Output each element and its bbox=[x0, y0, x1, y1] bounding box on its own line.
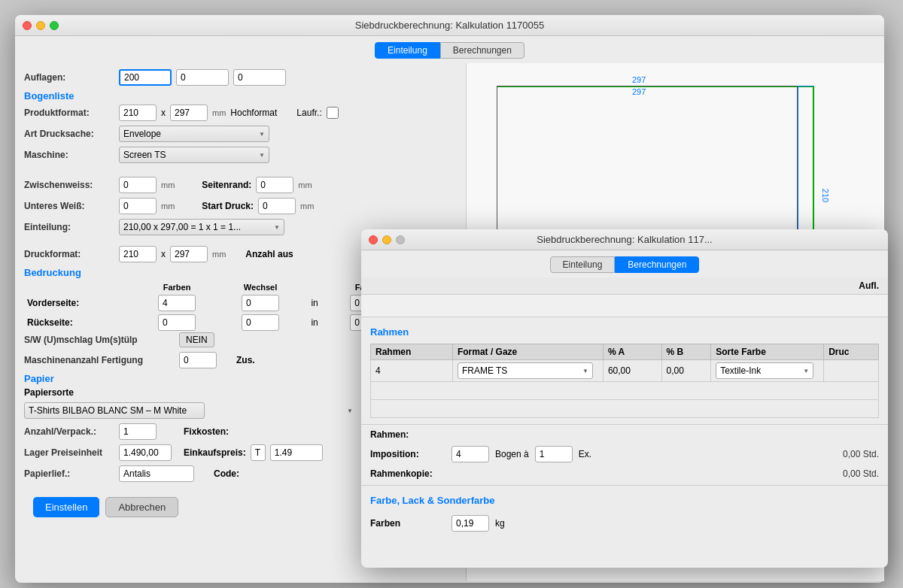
minimize-button[interactable] bbox=[36, 21, 45, 30]
maschine-row: Maschine: Screen TS bbox=[24, 147, 457, 163]
fixkosten-label: Fixkosten: bbox=[184, 426, 229, 437]
col-pct-b-header: % B bbox=[661, 344, 711, 360]
hochformat-label: Hochformat bbox=[230, 108, 277, 118]
einstellen-button[interactable]: Einstellen bbox=[33, 497, 99, 517]
rahmen-label: Rahmen: bbox=[370, 429, 445, 440]
papiersorte-select[interactable]: T-Shirts BILBAO BLANC SM – M White bbox=[24, 402, 205, 419]
rahmen-sorte-select-wrapper: Textile-Ink bbox=[716, 362, 813, 379]
aufl-header: Aufl. bbox=[361, 277, 888, 295]
tab-berechnungen[interactable]: Berechnungen bbox=[440, 42, 524, 59]
second-tab-berechnungen[interactable]: Berechnungen bbox=[615, 256, 699, 273]
farben-label: Farben bbox=[370, 518, 445, 529]
maschine-select-wrapper: Screen TS bbox=[119, 147, 269, 163]
rahmen-data-row: 4 FRAME TS 60,00 0,00 bbox=[371, 360, 879, 382]
einkaufspreis-unit[interactable] bbox=[251, 444, 266, 461]
bogenliste-label: Bogenliste bbox=[24, 90, 457, 102]
auflagen-input-2[interactable]: 0 bbox=[176, 69, 229, 86]
imposition-input[interactable] bbox=[451, 446, 489, 462]
rueckseite-farben[interactable] bbox=[158, 314, 196, 331]
start-druck-input[interactable] bbox=[258, 198, 296, 214]
rahmen-format-select[interactable]: FRAME TS bbox=[458, 362, 593, 379]
rahmen-format-select-wrapper: FRAME TS bbox=[458, 362, 593, 379]
rueckseite-label: Rückseite: bbox=[24, 313, 135, 332]
maschine-select[interactable]: Screen TS bbox=[119, 147, 269, 163]
maschine-label: Maschine: bbox=[24, 150, 114, 160]
farben-unit: kg bbox=[495, 518, 505, 529]
second-close-button[interactable] bbox=[369, 235, 378, 244]
bogen-input[interactable] bbox=[535, 446, 573, 462]
second-tab-bar: Einteilung Berechnungen bbox=[361, 250, 888, 277]
rahmen-info-row: Rahmen: bbox=[361, 424, 888, 443]
papiersorte-select-wrapper: T-Shirts BILBAO BLANC SM – M White bbox=[24, 402, 357, 419]
laufrichtung-checkbox[interactable] bbox=[327, 107, 339, 119]
lager-label: Lager Preiseinheit bbox=[24, 447, 114, 458]
produktformat-width[interactable] bbox=[119, 105, 157, 121]
einteilung-select[interactable]: 210,00 x 297,00 = 1 x 1 = 1... bbox=[119, 219, 284, 235]
second-maximize-button[interactable] bbox=[396, 235, 405, 244]
ex-label: Ex. bbox=[579, 449, 591, 459]
rueckseite-wechsel[interactable] bbox=[242, 314, 279, 331]
aufl-empty-row bbox=[361, 295, 888, 317]
druckformat-width[interactable] bbox=[119, 246, 157, 262]
second-window-title: Siebdruckberechnung: Kalkulation 117... bbox=[537, 234, 712, 245]
druckformat-height[interactable] bbox=[170, 246, 208, 262]
second-minimize-button[interactable] bbox=[382, 235, 391, 244]
zusatz-label: Zus. bbox=[236, 355, 255, 365]
col-rahmen-header: Rahmen bbox=[371, 344, 453, 360]
rahmen-pct-a: 60,00 bbox=[603, 360, 661, 382]
zwischenweiss-label: Zwischenweiss: bbox=[24, 180, 114, 190]
maschinenanzahl-label: Maschinenanzahl Fertigung bbox=[24, 355, 175, 365]
mm-label-5: mm bbox=[300, 202, 314, 211]
farben-input[interactable] bbox=[451, 515, 489, 532]
farbe-section-title: Farbe, Lack & Sonderfarbe bbox=[370, 495, 879, 506]
col-druc-header: Druc bbox=[824, 344, 879, 360]
sw-nein-button[interactable]: NEIN bbox=[179, 332, 214, 347]
rahmen-sorte-select[interactable]: Textile-Ink bbox=[716, 362, 813, 379]
mm-label-2: mm bbox=[161, 180, 175, 189]
papierlief-input[interactable] bbox=[119, 465, 194, 482]
art-drucksache-select[interactable]: Envelope bbox=[119, 126, 269, 142]
rahmen-section: Rahmen bbox=[361, 317, 888, 344]
seitenrand-input[interactable] bbox=[256, 177, 293, 193]
imposition-row: Imposition: Bogen à Ex. 0,00 Std. bbox=[361, 443, 888, 465]
main-titlebar: Siebdruckberechnung: Kalkulation 1170055 bbox=[15, 15, 884, 36]
maximize-button[interactable] bbox=[50, 21, 59, 30]
lager-input[interactable] bbox=[119, 444, 172, 461]
vorderseite-wechsel[interactable] bbox=[242, 295, 279, 311]
vorderseite-farben[interactable] bbox=[158, 295, 196, 311]
unteres-weiss-input[interactable] bbox=[119, 198, 157, 214]
zwischenweiss-input[interactable] bbox=[119, 177, 157, 193]
maschinenanzahl-input[interactable] bbox=[179, 352, 217, 368]
main-window-title: Siebdruckberechnung: Kalkulation 1170055 bbox=[355, 20, 545, 31]
auflagen-input-3[interactable]: 0 bbox=[233, 69, 286, 86]
second-window: Siebdruckberechnung: Kalkulation 117... … bbox=[361, 229, 888, 568]
einkaufspreis-input[interactable] bbox=[270, 444, 323, 461]
x-separator-1: x bbox=[161, 108, 166, 118]
auflagen-input-1[interactable]: 200 bbox=[119, 69, 172, 86]
in-label-2: in bbox=[303, 313, 327, 332]
abbrechen-button[interactable]: Abbrechen bbox=[105, 497, 178, 517]
second-titlebar: Siebdruckberechnung: Kalkulation 117... bbox=[361, 229, 888, 250]
seitenrand-label: Seitenrand: bbox=[202, 180, 251, 190]
tab-einteilung[interactable]: Einteilung bbox=[375, 42, 440, 59]
in-label-1: in bbox=[303, 293, 327, 313]
mm-label-6: mm bbox=[212, 250, 226, 259]
dim-label-297-top: 297 bbox=[632, 75, 646, 84]
anzahl-aus-label: Anzahl aus bbox=[245, 249, 293, 259]
rahmenkopie-row: Rahmenkopie: 0,00 Std. bbox=[361, 465, 888, 482]
einteilung-select-wrapper: 210,00 x 297,00 = 1 x 1 = 1... bbox=[119, 219, 284, 235]
second-tab-einteilung[interactable]: Einteilung bbox=[550, 256, 616, 273]
close-button[interactable] bbox=[23, 21, 32, 30]
std-val-1: 0,00 Std. bbox=[843, 449, 879, 459]
einkaufspreis-label: Einkaufspreis: bbox=[184, 447, 246, 458]
anzahl-verpack-input[interactable] bbox=[119, 423, 157, 440]
col-empty bbox=[24, 281, 135, 293]
art-drucksache-row: Art Drucksache: Envelope bbox=[24, 126, 457, 142]
second-content: Rahmen Rahmen Format / Gaze % A % B Sort… bbox=[361, 295, 888, 583]
traffic-lights bbox=[23, 21, 59, 30]
produktformat-height[interactable] bbox=[170, 105, 208, 121]
rahmen-section-title: Rahmen bbox=[370, 326, 879, 338]
vorderseite-label: Vorderseite: bbox=[24, 293, 135, 313]
col-pct-a-header: % A bbox=[603, 344, 661, 360]
rahmen-format: FRAME TS bbox=[452, 360, 603, 382]
